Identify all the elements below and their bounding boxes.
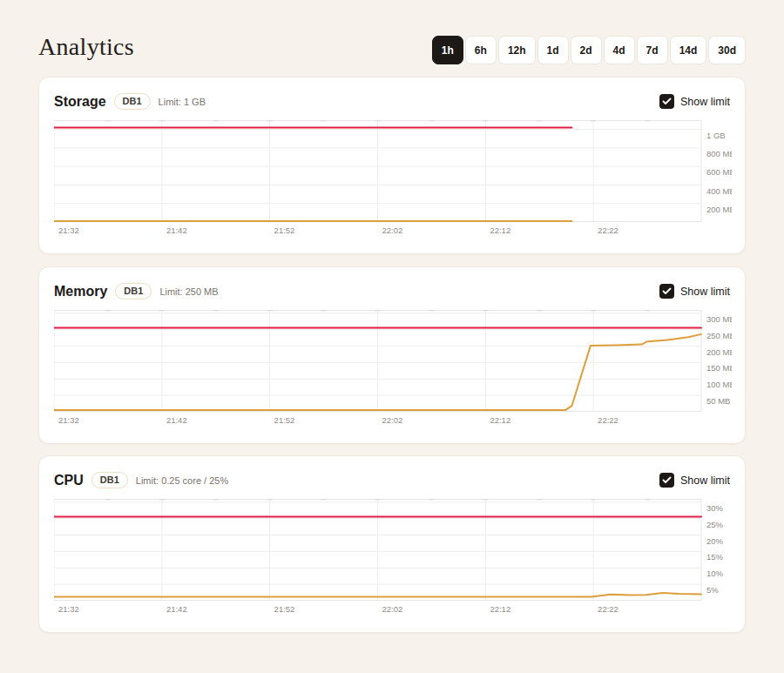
time-range-option-4d[interactable]: 4d — [604, 36, 635, 64]
cpu-card-title: CPU — [54, 473, 84, 488]
memory-show-limit-toggle[interactable]: Show limit — [659, 284, 730, 299]
memory-chart: 21:3221:4221:5222:0222:1222:2250 MB100 M… — [54, 310, 732, 434]
x-axis-label: 22:02 — [382, 604, 403, 614]
y-axis-label: 15% — [706, 552, 724, 562]
x-axis-label: 21:32 — [58, 604, 79, 614]
checkbox-checked-icon[interactable] — [659, 473, 674, 488]
y-axis-label: 25% — [706, 520, 724, 529]
cpu-show-limit-toggle[interactable]: Show limit — [659, 473, 730, 488]
analytics-page: Analytics 1h6h12h1d2d4d7d14d30d Storage … — [0, 0, 784, 673]
y-axis-label: 30% — [706, 503, 724, 513]
y-axis-label: 800 MB — [706, 149, 732, 158]
y-axis-label: 50 MB — [706, 396, 730, 406]
memory-card-header: Memory DB1 Limit: 250 MB Show limit — [54, 282, 730, 300]
y-axis-label: 150 MB — [706, 363, 732, 373]
x-axis-label: 22:02 — [382, 415, 403, 425]
storage-card-header: Storage DB1 Limit: 1 GB Show limit — [54, 92, 730, 111]
x-axis-label: 22:12 — [490, 225, 510, 235]
memory-card-title: Memory — [54, 284, 107, 299]
y-axis-label: 200 MB — [706, 205, 732, 214]
check-icon — [662, 287, 672, 295]
storage-show-limit-toggle[interactable]: Show limit — [659, 94, 730, 109]
x-axis-label: 22:22 — [598, 415, 618, 425]
x-axis-label: 22:02 — [382, 225, 403, 235]
x-axis-label: 21:42 — [166, 415, 187, 425]
x-axis-label: 21:52 — [274, 225, 295, 235]
x-axis-label: 21:52 — [274, 604, 295, 614]
cpu-limit-label: Limit: 0.25 core / 25% — [136, 475, 228, 486]
x-axis-label: 21:42 — [166, 604, 187, 614]
storage-chart: 21:3221:4221:5222:0222:1222:22200 MB400 … — [54, 120, 732, 244]
time-range-option-30d[interactable]: 30d — [708, 36, 746, 64]
storage-show-limit-label: Show limit — [680, 96, 730, 108]
y-axis-label: 10% — [706, 569, 724, 578]
y-axis-label: 100 MB — [706, 380, 732, 389]
cpu-show-limit-label: Show limit — [680, 474, 730, 487]
time-range-option-14d[interactable]: 14d — [670, 36, 707, 64]
time-range-option-12h[interactable]: 12h — [498, 36, 536, 64]
memory-show-limit-label: Show limit — [680, 286, 730, 298]
db-badge: DB1 — [115, 283, 152, 299]
time-range-selector: 1h6h12h1d2d4d7d14d30d — [432, 36, 746, 64]
y-axis-label: 1 GB — [706, 131, 726, 140]
storage-card-title: Storage — [54, 94, 106, 110]
time-range-option-1h[interactable]: 1h — [432, 36, 463, 64]
time-range-option-2d[interactable]: 2d — [571, 36, 602, 64]
cpu-chart: 21:3221:4221:5222:0222:1222:225%10%15%20… — [54, 499, 732, 623]
cpu-card: CPU DB1 Limit: 0.25 core / 25% Show limi… — [38, 455, 746, 633]
time-range-option-6h[interactable]: 6h — [465, 36, 497, 64]
x-axis-label: 22:22 — [598, 225, 618, 235]
checkbox-checked-icon[interactable] — [659, 284, 674, 299]
x-axis-label: 21:32 — [58, 225, 79, 235]
y-axis-label: 20% — [706, 536, 724, 546]
y-axis-label: 300 MB — [706, 314, 732, 324]
storage-card: Storage DB1 Limit: 1 GB Show limit 21:32… — [38, 77, 746, 254]
time-range-option-7d[interactable]: 7d — [637, 36, 668, 64]
x-axis-label: 21:32 — [58, 415, 79, 425]
checkbox-checked-icon[interactable] — [659, 94, 674, 109]
y-axis-label: 400 MB — [706, 186, 732, 196]
y-axis-label: 250 MB — [706, 331, 732, 340]
x-axis-label: 22:12 — [490, 415, 510, 425]
db-badge: DB1 — [91, 472, 128, 488]
check-icon — [662, 476, 672, 484]
page-title: Analytics — [38, 33, 134, 61]
memory-limit-label: Limit: 250 MB — [159, 286, 218, 297]
y-axis-label: 5% — [706, 585, 719, 595]
x-axis-label: 21:52 — [274, 415, 295, 425]
cpu-card-header: CPU DB1 Limit: 0.25 core / 25% Show limi… — [54, 471, 730, 489]
storage-limit-label: Limit: 1 GB — [159, 97, 206, 107]
check-icon — [662, 98, 672, 105]
y-axis-label: 600 MB — [706, 167, 732, 177]
y-axis-label: 200 MB — [706, 347, 732, 357]
time-range-option-1d[interactable]: 1d — [537, 36, 569, 64]
memory-card: Memory DB1 Limit: 250 MB Show limit 21:3… — [38, 266, 746, 444]
db-badge: DB1 — [114, 93, 151, 110]
x-axis-label: 22:12 — [490, 604, 510, 614]
x-axis-label: 22:22 — [598, 604, 618, 614]
x-axis-label: 21:42 — [166, 225, 187, 235]
